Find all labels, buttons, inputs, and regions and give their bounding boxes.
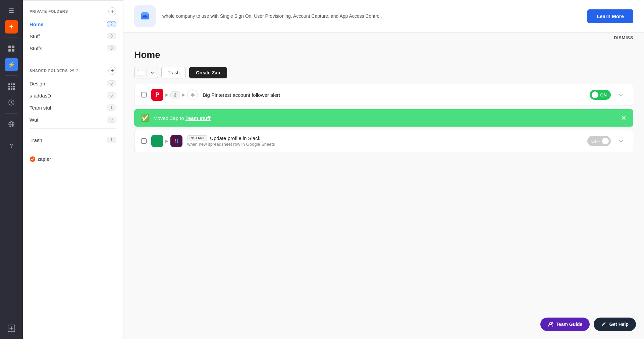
clock-icon[interactable]	[5, 96, 18, 109]
get-help-button[interactable]: Get Help	[594, 318, 636, 331]
learn-more-button[interactable]: Learn More	[587, 9, 633, 23]
folder-item-stuff[interactable]: Stuff 0	[23, 30, 123, 42]
private-folders-header: PRIVATE FOLDERS +	[23, 1, 123, 18]
svg-rect-25	[156, 140, 159, 140]
trash-button[interactable]: Trash	[161, 67, 186, 78]
dropdown-arrow-button[interactable]	[147, 68, 158, 77]
folder-count: 0	[107, 80, 116, 86]
zap-card-slack: ▶ INSTANT Update profile in Slack when n…	[134, 130, 633, 152]
success-team-stuff-link[interactable]: Team stuff	[185, 115, 211, 121]
folder-item-stuffs[interactable]: Stuffs 0	[23, 42, 123, 54]
instant-badge: INSTANT	[187, 135, 207, 141]
shared-member-count: 2	[75, 68, 78, 73]
shared-count-badge: 2	[70, 68, 78, 73]
folder-name: Design	[30, 81, 45, 86]
success-text-prefix: Moved Zap to	[153, 115, 185, 121]
hamburger-menu-icon[interactable]: ☰	[5, 4, 18, 17]
folder-name-trash: Trash	[30, 137, 42, 143]
shared-folders-header: SHARED FOLDERS 2 +	[23, 60, 123, 77]
svg-rect-0	[8, 46, 11, 48]
svg-point-20	[30, 156, 35, 162]
nav-separator-1	[5, 38, 17, 38]
toggle-circle	[592, 91, 598, 98]
svg-rect-9	[13, 86, 15, 87]
zap-toggle-off[interactable]: OFF	[587, 136, 611, 146]
zap-icons-2: ▶	[151, 135, 182, 147]
help-icon[interactable]: ?	[5, 139, 18, 153]
shared-folders-title: SHARED FOLDERS	[30, 69, 68, 73]
success-close-button[interactable]: ✕	[621, 114, 627, 122]
folders-sidebar: PRIVATE FOLDERS + Home 2 Stuff 0 Stuffs …	[23, 0, 123, 339]
create-zap-button[interactable]: Create Zap	[189, 67, 227, 78]
folder-name: Stuffs	[30, 46, 42, 51]
zap-icons: P ▶ 2 ▶ ✱	[151, 89, 198, 101]
pinterest-icon: P	[151, 89, 163, 101]
nav-separator-2	[5, 75, 17, 76]
arrow-right-icon-3: ▶	[165, 139, 168, 143]
success-text: Moved Zap to Team stuff	[153, 115, 617, 121]
add-private-folder-button[interactable]: +	[108, 7, 116, 15]
expand-button-2[interactable]	[615, 136, 626, 146]
folder-name: Team stuff	[30, 105, 53, 111]
svg-rect-3	[12, 49, 14, 52]
folder-item-saddasd[interactable]: s`addasD 0	[23, 89, 123, 101]
svg-point-30	[175, 141, 176, 143]
svg-point-29	[177, 139, 178, 141]
dashboard-icon[interactable]	[5, 42, 18, 55]
folder-item-team-stuff[interactable]: Team stuff 1	[23, 101, 123, 114]
expand-button[interactable]	[615, 89, 626, 100]
folder-name: Stuff	[30, 33, 40, 39]
connector-icon[interactable]	[5, 322, 18, 335]
select-checkbox-area[interactable]	[135, 67, 147, 78]
toggle-label-2: OFF	[591, 139, 600, 144]
zap-checkbox[interactable]	[141, 92, 147, 97]
nav-bottom	[5, 319, 18, 335]
folder-count: 0	[107, 117, 116, 123]
trash-divider	[30, 128, 116, 129]
folder-item-design[interactable]: Design 0	[23, 77, 123, 89]
folder-count-trash: 1	[107, 137, 116, 143]
select-all-checkbox[interactable]	[138, 70, 143, 75]
zap-toggle-on[interactable]: ON	[590, 90, 611, 100]
globe-icon[interactable]	[5, 118, 18, 131]
folder-count: 1	[107, 105, 116, 111]
svg-rect-26	[156, 141, 159, 141]
svg-rect-27	[156, 142, 158, 142]
svg-rect-5	[11, 83, 12, 85]
nav-separator-4	[5, 135, 17, 135]
grid-icon[interactable]	[5, 80, 18, 93]
folder-count: 0	[107, 92, 116, 98]
svg-rect-1	[12, 46, 14, 48]
zap-name-2: Update profile in Slack	[210, 135, 583, 141]
upgrade-banner: whole company to use with Single Sign On…	[123, 0, 644, 32]
home-section: Home Trash Create Zap P ▶ 2	[123, 43, 644, 162]
zap-toolbar: Trash Create Zap	[134, 67, 633, 78]
svg-point-28	[175, 139, 176, 141]
folder-count: 2	[107, 21, 116, 27]
svg-rect-4	[8, 83, 10, 85]
zapier-logo-area: zapier	[23, 146, 123, 165]
zap-icon[interactable]: ⚡	[5, 58, 18, 71]
dismiss-row: DISMISS	[123, 32, 644, 43]
zap-name-row: INSTANT Update profile in Slack	[187, 135, 583, 141]
folder-item-wut[interactable]: Wut 0	[23, 114, 123, 126]
svg-rect-12	[13, 88, 15, 90]
folder-count: 0	[107, 45, 116, 51]
folder-item-trash[interactable]: Trash 1	[23, 134, 123, 146]
svg-rect-6	[13, 83, 15, 85]
success-check-icon: ✅	[141, 114, 149, 122]
banner-text: whole company to use with Single Sign On…	[162, 13, 581, 20]
folder-item-home[interactable]: Home 2	[23, 18, 123, 30]
dismiss-button[interactable]: DISMISS	[614, 35, 633, 40]
svg-rect-23	[143, 15, 147, 17]
svg-rect-2	[8, 49, 11, 52]
nav-sidebar: ☰ + ⚡ ?	[0, 0, 23, 339]
team-guide-button[interactable]: Team Guide	[540, 318, 590, 331]
zap-name: Big Pinterest account follower alert	[203, 92, 585, 98]
zap-checkbox-2[interactable]	[141, 138, 147, 144]
nav-separator-3	[5, 113, 17, 114]
add-shared-folder-button[interactable]: +	[108, 67, 116, 75]
svg-rect-8	[11, 86, 12, 87]
new-button[interactable]: +	[5, 20, 18, 33]
success-banner: ✅ Moved Zap to Team stuff ✕	[134, 109, 633, 127]
